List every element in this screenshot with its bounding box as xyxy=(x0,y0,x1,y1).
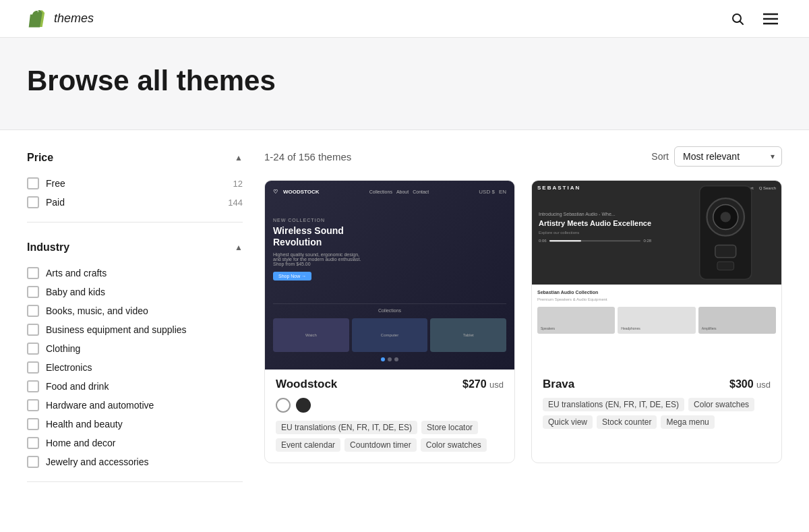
label-health-beauty[interactable]: Health and beauty xyxy=(46,419,123,430)
woodstock-swatches xyxy=(276,398,504,413)
svg-point-8 xyxy=(720,212,730,222)
label-clothing[interactable]: Clothing xyxy=(46,343,80,354)
page-title: Browse all themes xyxy=(27,65,782,97)
woodstock-info: Woodstock $270 usd EU translations (EN, … xyxy=(265,370,514,463)
label-food-drink[interactable]: Food and drink xyxy=(46,381,109,392)
checkbox-food-drink[interactable] xyxy=(27,380,39,392)
woodstock-tag-calendar: Event calendar xyxy=(276,438,340,452)
label-arts-crafts[interactable]: Arts and crafts xyxy=(46,268,107,278)
theme-card-brava[interactable]: SEBASTIAN Call us for support Q Search I… xyxy=(531,180,782,463)
woodstock-tags: EU translations (EN, FR, IT, DE, ES) Sto… xyxy=(276,421,504,452)
brava-info: Brava $300 usd EU translations (EN, FR, … xyxy=(532,370,781,440)
results-count: 1-24 of 156 themes xyxy=(264,151,351,162)
industry-filter-options: Arts and crafts Baby and kids Books, mus… xyxy=(27,267,243,468)
paid-label[interactable]: Paid xyxy=(46,197,65,208)
label-books-music-video[interactable]: Books, music, and video xyxy=(46,305,148,316)
industry-option-food-drink: Food and drink xyxy=(27,380,243,392)
header: themes xyxy=(0,0,809,38)
paid-checkbox[interactable] xyxy=(27,196,39,208)
woodstock-name: Woodstock xyxy=(276,378,337,391)
industry-option-electronics: Electronics xyxy=(27,361,243,374)
price-filter-options: Free 12 Paid 144 xyxy=(27,177,243,208)
brava-tag-swatches: Color swatches xyxy=(688,398,754,411)
brava-price: $300 usd xyxy=(729,378,771,390)
menu-button[interactable] xyxy=(759,9,782,29)
industry-filter-header[interactable]: Industry ▲ xyxy=(27,236,243,259)
brava-tag-quickview: Quick view xyxy=(543,415,593,429)
svg-rect-9 xyxy=(715,245,736,257)
industry-option-arts-crafts: Arts and crafts xyxy=(27,267,243,279)
theme-card-woodstock[interactable]: ♡ WOODSTOCK Collections About Contact US… xyxy=(264,180,515,463)
industry-option-books-music-video: Books, music, and video xyxy=(27,305,243,317)
free-count: 12 xyxy=(233,179,243,189)
checkbox-books-music-video[interactable] xyxy=(27,305,39,317)
industry-option-health-beauty: Health and beauty xyxy=(27,418,243,430)
label-home-decor[interactable]: Home and decor xyxy=(46,438,116,448)
checkbox-hardware-automotive[interactable] xyxy=(27,399,39,411)
price-option-paid: Paid 144 xyxy=(27,196,243,208)
industry-option-baby-kids: Baby and kids xyxy=(27,286,243,298)
main-layout: Price ▲ Free 12 Paid 144 xyxy=(0,130,809,512)
price-filter-header[interactable]: Price ▲ xyxy=(27,146,243,169)
checkbox-electronics[interactable] xyxy=(27,361,39,374)
checkbox-arts-crafts[interactable] xyxy=(27,267,39,279)
free-checkbox[interactable] xyxy=(27,177,39,189)
price-filter-label: Price xyxy=(27,152,53,164)
main-content: 1-24 of 156 themes Sort Most relevant ▾ xyxy=(264,146,782,496)
label-electronics[interactable]: Electronics xyxy=(46,362,92,373)
results-bar: 1-24 of 156 themes Sort Most relevant ▾ xyxy=(264,146,782,167)
price-filter-section: Price ▲ Free 12 Paid 144 xyxy=(27,146,243,223)
sort-select[interactable]: Most relevant ▾ xyxy=(674,146,782,167)
label-hardware-automotive[interactable]: Hardware and automotive xyxy=(46,400,154,411)
brava-tag-stock: Stock counter xyxy=(597,415,657,429)
logo[interactable]: themes xyxy=(27,8,94,30)
woodstock-tag-locator: Store locator xyxy=(421,421,478,434)
themes-grid: ♡ WOODSTOCK Collections About Contact US… xyxy=(264,180,782,463)
checkbox-clothing[interactable] xyxy=(27,343,39,355)
industry-chevron-icon: ▲ xyxy=(235,243,243,252)
sort-container: Sort Most relevant ▾ xyxy=(651,146,782,167)
industry-option-hardware-automotive: Hardware and automotive xyxy=(27,399,243,411)
woodstock-tag-countdown: Countdown timer xyxy=(344,438,417,452)
brava-name: Brava xyxy=(543,378,574,391)
woodstock-tag-translations: EU translations (EN, FR, IT, DE, ES) xyxy=(276,421,417,434)
brava-tags: EU translations (EN, FR, IT, DE, ES) Col… xyxy=(543,398,771,429)
label-baby-kids[interactable]: Baby and kids xyxy=(46,287,105,297)
sort-label: Sort xyxy=(651,151,669,162)
checkbox-health-beauty[interactable] xyxy=(27,418,39,430)
industry-filter-section: Industry ▲ Arts and crafts Baby and kids… xyxy=(27,236,243,482)
checkbox-jewelry-accessories[interactable] xyxy=(27,456,39,468)
checkbox-home-decor[interactable] xyxy=(27,437,39,449)
industry-filter-label: Industry xyxy=(27,241,69,254)
sidebar: Price ▲ Free 12 Paid 144 xyxy=(27,146,243,496)
logo-text: themes xyxy=(54,11,94,26)
label-jewelry-accessories[interactable]: Jewelry and accessories xyxy=(46,456,149,467)
hamburger-icon xyxy=(763,13,778,25)
svg-line-1 xyxy=(740,21,744,24)
header-actions xyxy=(727,8,782,30)
brava-tag-translations: EU translations (EN, FR, IT, DE, ES) xyxy=(543,398,684,411)
brava-tag-mega: Mega menu xyxy=(661,415,714,429)
woodstock-tag-swatches: Color swatches xyxy=(421,438,487,452)
industry-option-jewelry-accessories: Jewelry and accessories xyxy=(27,456,243,468)
woodstock-price: $270 usd xyxy=(462,378,504,390)
woodstock-swatch-dark[interactable] xyxy=(296,398,311,413)
shopify-logo-icon xyxy=(27,8,49,30)
speaker-illustration xyxy=(669,181,782,285)
checkbox-business-equipment[interactable] xyxy=(27,324,39,336)
woodstock-preview: ♡ WOODSTOCK Collections About Contact US… xyxy=(265,181,514,370)
paid-count: 144 xyxy=(228,198,243,208)
industry-option-clothing: Clothing xyxy=(27,343,243,355)
industry-option-business-equipment: Business equipment and supplies xyxy=(27,324,243,336)
search-icon xyxy=(731,12,744,26)
free-label[interactable]: Free xyxy=(46,178,65,189)
industry-option-home-decor: Home and decor xyxy=(27,437,243,449)
sort-chevron-icon: ▾ xyxy=(771,152,775,161)
checkbox-baby-kids[interactable] xyxy=(27,286,39,298)
search-button[interactable] xyxy=(727,8,748,30)
brava-preview: SEBASTIAN Call us for support Q Search I… xyxy=(532,181,781,370)
price-chevron-icon: ▲ xyxy=(235,153,243,162)
label-business-equipment[interactable]: Business equipment and supplies xyxy=(46,324,187,335)
svg-rect-10 xyxy=(717,262,733,270)
woodstock-swatch-white[interactable] xyxy=(276,398,291,413)
